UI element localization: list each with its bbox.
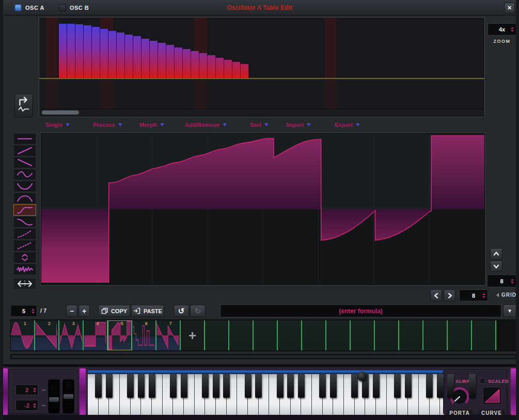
- black-key[interactable]: [138, 374, 145, 398]
- tool-flat-line[interactable]: [13, 133, 36, 144]
- empty-frame-cell[interactable]: [351, 320, 375, 350]
- harmonic-bar[interactable]: [166, 45, 174, 78]
- tool-noise[interactable]: [13, 264, 36, 275]
- tool-chevrons[interactable]: [13, 252, 36, 263]
- next-frame-button[interactable]: [444, 289, 455, 301]
- black-key[interactable]: [277, 374, 284, 398]
- harmonic-bar[interactable]: [100, 29, 108, 78]
- tool-dots-curve[interactable]: [13, 228, 36, 239]
- empty-frame-cell[interactable]: [399, 320, 423, 350]
- scaled-checkbox[interactable]: [480, 378, 485, 384]
- harmonic-bar[interactable]: [141, 39, 149, 78]
- black-key[interactable]: [95, 374, 102, 398]
- position-ball[interactable]: [357, 371, 367, 381]
- empty-frame-cell[interactable]: [302, 320, 326, 350]
- empty-frame-cell[interactable]: [229, 320, 254, 350]
- black-key[interactable]: [149, 374, 155, 398]
- tool-valley[interactable]: [13, 181, 36, 192]
- frame-thumbnail-4[interactable]: 4: [84, 320, 108, 350]
- frame-strip-scrollbar[interactable]: [10, 354, 516, 359]
- spectrum-scrollbar[interactable]: [39, 109, 484, 116]
- formula-dropdown-button[interactable]: ▼: [503, 304, 516, 317]
- empty-frame-cell[interactable]: [472, 320, 496, 350]
- black-key[interactable]: [373, 374, 380, 398]
- harmonic-bar[interactable]: [84, 25, 91, 78]
- frame-thumbnail-3[interactable]: 3: [59, 320, 84, 350]
- tool-sine[interactable]: [13, 169, 36, 180]
- harmonic-bar[interactable]: [125, 35, 133, 78]
- tool-ramp-up[interactable]: [13, 145, 36, 156]
- spinner-arrows-icon[interactable]: [33, 387, 36, 393]
- black-key[interactable]: [405, 374, 412, 398]
- black-key[interactable]: [202, 374, 209, 398]
- menu-item-import[interactable]: Import: [286, 122, 311, 128]
- shift-up-button[interactable]: [490, 248, 502, 260]
- harmonic-bar[interactable]: [241, 64, 248, 78]
- black-key[interactable]: [181, 374, 187, 398]
- frame-thumbnail-5[interactable]: 5: [108, 320, 132, 350]
- shift-down-button[interactable]: [490, 261, 502, 272]
- spinner-arrows-icon[interactable]: [511, 24, 514, 35]
- harmonic-bar[interactable]: [208, 55, 215, 78]
- resize-grip-icon[interactable]: [511, 409, 518, 416]
- black-key[interactable]: [469, 374, 476, 398]
- menu-item-sort[interactable]: Sort: [250, 122, 269, 128]
- black-key[interactable]: [223, 374, 230, 398]
- horizontal-grid-spinner[interactable]: 8: [459, 289, 488, 301]
- black-key[interactable]: [287, 374, 294, 398]
- harmonics-panel[interactable]: [39, 18, 484, 79]
- bend-down-spinner[interactable]: -2: [15, 400, 38, 411]
- menu-item-export[interactable]: Export: [335, 122, 360, 128]
- harmonic-bar[interactable]: [67, 24, 75, 78]
- black-key[interactable]: [213, 374, 219, 398]
- spinner-arrows-icon[interactable]: [511, 275, 514, 287]
- harmonic-bar[interactable]: [75, 24, 83, 78]
- black-key[interactable]: [298, 374, 305, 398]
- pitch-wheel[interactable]: [48, 379, 60, 413]
- harmonic-bar[interactable]: [150, 41, 158, 78]
- black-key[interactable]: [447, 374, 454, 398]
- black-key[interactable]: [394, 374, 401, 398]
- black-key[interactable]: [170, 374, 177, 398]
- black-key[interactable]: [437, 374, 444, 398]
- empty-frame-cell[interactable]: [278, 320, 302, 350]
- menu-item-add-remove[interactable]: Add/Remove: [185, 122, 227, 128]
- redo-button[interactable]: ↻: [190, 305, 206, 317]
- frame-index-spinner[interactable]: 5: [10, 305, 37, 317]
- empty-frame-cell[interactable]: [375, 320, 399, 350]
- harmonic-bar[interactable]: [183, 49, 191, 78]
- harmonic-bar[interactable]: [92, 27, 100, 78]
- spinner-arrows-icon[interactable]: [482, 290, 485, 301]
- frame-thumbnail-1[interactable]: 1: [11, 320, 35, 350]
- paste-button[interactable]: PASTE: [131, 305, 164, 317]
- close-button[interactable]: ✕: [504, 3, 515, 13]
- add-frame-cell[interactable]: +: [181, 320, 205, 350]
- harmonic-bar[interactable]: [133, 36, 141, 78]
- frame-thumbnail-7[interactable]: 7: [156, 320, 181, 350]
- scrollbar-handle[interactable]: [11, 355, 515, 358]
- empty-frame-cell[interactable]: [205, 320, 229, 350]
- harmonic-bar[interactable]: [232, 62, 240, 78]
- send-to-oscillator-button[interactable]: [14, 94, 33, 118]
- harmonic-bar[interactable]: [158, 43, 166, 78]
- harmonic-bar[interactable]: [224, 60, 232, 78]
- harmonic-bar[interactable]: [175, 47, 182, 78]
- harmonic-bar[interactable]: [59, 24, 67, 78]
- black-key[interactable]: [330, 374, 337, 398]
- menu-item-morph[interactable]: Morph: [139, 122, 164, 128]
- black-key[interactable]: [426, 374, 433, 398]
- mod-wheel[interactable]: [62, 379, 74, 413]
- tool-s-curve-up[interactable]: [13, 204, 36, 216]
- undo-button[interactable]: ↺: [174, 305, 189, 317]
- empty-frame-cell[interactable]: [254, 320, 278, 350]
- bend-up-spinner[interactable]: 2: [15, 384, 38, 395]
- black-key[interactable]: [127, 374, 134, 398]
- black-key[interactable]: [106, 374, 113, 398]
- spinner-arrows-icon[interactable]: [32, 305, 35, 316]
- frame-thumbnail-6[interactable]: 6: [132, 320, 156, 350]
- tab-osc-a[interactable]: OSC A: [14, 4, 44, 11]
- menu-item-process[interactable]: Process: [93, 122, 122, 128]
- black-key[interactable]: [245, 374, 251, 398]
- tool-dots-line[interactable]: [13, 240, 36, 251]
- frame-thumbnail-2[interactable]: 2: [35, 320, 59, 350]
